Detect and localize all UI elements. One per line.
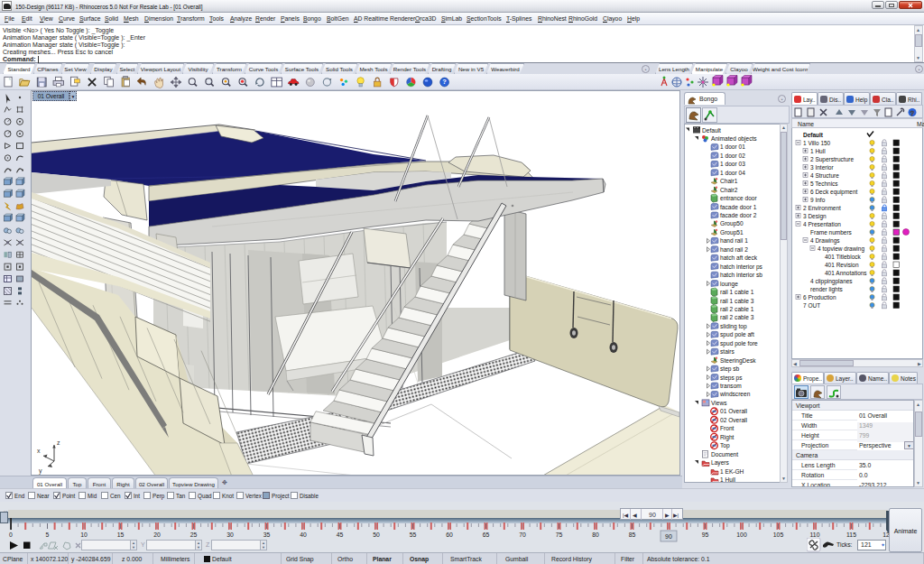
svg-text:80: 80: [592, 532, 599, 538]
svg-text:Animated objects: Animated objects: [711, 135, 757, 143]
svg-text:7 OUT: 7 OUT: [803, 302, 820, 309]
svg-text:2 Environment: 2 Environment: [803, 205, 841, 211]
svg-text:85: 85: [629, 532, 636, 538]
svg-text:10: 10: [80, 532, 88, 538]
svg-text:1 door 04: 1 door 04: [720, 170, 745, 176]
svg-text:Right: Right: [720, 434, 735, 441]
svg-text:110: 110: [810, 532, 820, 538]
svg-text:Front: Front: [720, 425, 735, 431]
svg-text:4 Structure: 4 Structure: [810, 172, 839, 179]
svg-text:3 Design: 3 Design: [803, 213, 827, 220]
svg-text:401 Revision: 401 Revision: [825, 262, 859, 268]
svg-text:401 Titleblock: 401 Titleblock: [825, 254, 861, 260]
svg-text:6 Deck equipment: 6 Deck equipment: [810, 189, 858, 196]
svg-text:rail 2 cable 1: rail 2 cable 1: [720, 306, 754, 312]
svg-text:30: 30: [226, 532, 234, 538]
svg-text:Frame numbers: Frame numbers: [810, 229, 853, 236]
svg-text:rail 2 cable 3: rail 2 cable 3: [720, 314, 754, 320]
svg-text:?: ?: [442, 78, 447, 86]
svg-text:1 Hull: 1 Hull: [720, 476, 735, 483]
svg-text:rail 1 cable 3: rail 1 cable 3: [720, 298, 754, 304]
svg-text:Chair1: Chair1: [720, 178, 738, 184]
svg-text:2 Superstructure: 2 Superstructure: [810, 156, 854, 163]
svg-text:105: 105: [773, 532, 784, 538]
svg-text:sliding top: sliding top: [720, 323, 747, 330]
svg-text:SteeringDesk: SteeringDesk: [720, 357, 756, 365]
svg-text:100: 100: [736, 532, 747, 538]
svg-text:02 Overall: 02 Overall: [720, 417, 748, 423]
svg-text:0: 0: [9, 532, 13, 538]
svg-text:4 Presentation: 4 Presentation: [803, 221, 841, 227]
svg-text:75: 75: [556, 532, 563, 538]
svg-text:entrance door: entrance door: [720, 195, 757, 201]
svg-text:1 door 01: 1 door 01: [720, 143, 745, 150]
svg-text:115: 115: [846, 532, 856, 538]
svg-text:Document: Document: [711, 451, 738, 458]
svg-text:5: 5: [46, 532, 50, 538]
svg-text:Group51: Group51: [720, 229, 744, 236]
svg-text:rail 1 cable 1: rail 1 cable 1: [720, 289, 754, 295]
svg-text:hatch interior ps: hatch interior ps: [720, 264, 763, 271]
svg-text:windscreen: windscreen: [719, 391, 751, 397]
svg-text:transom: transom: [720, 383, 742, 389]
svg-text:step sb: step sb: [720, 365, 740, 373]
svg-text:Chair2: Chair2: [720, 187, 738, 193]
svg-text:1 Villo 150: 1 Villo 150: [803, 140, 831, 146]
svg-text:9 Info: 9 Info: [810, 197, 826, 203]
svg-text:1 door 02: 1 door 02: [720, 153, 745, 159]
svg-text:hatch aft deck: hatch aft deck: [720, 254, 758, 261]
svg-text:hand rail 1: hand rail 1: [720, 237, 748, 244]
svg-text:lounge: lounge: [720, 281, 738, 288]
svg-text:20: 20: [153, 532, 161, 538]
svg-text:facade door 2: facade door 2: [720, 212, 757, 218]
svg-text:95: 95: [702, 532, 709, 538]
svg-text:4 clippingplanes: 4 clippingplanes: [810, 278, 853, 285]
svg-text:401 Annotations: 401 Annotations: [825, 270, 867, 276]
svg-text:z: z: [57, 439, 60, 446]
svg-text:Default: Default: [702, 127, 721, 134]
svg-text:15: 15: [117, 532, 125, 538]
svg-text:spud pole fore: spud pole fore: [720, 340, 758, 347]
svg-text:90: 90: [665, 533, 672, 540]
svg-text:55: 55: [410, 532, 417, 538]
svg-text:steps ps: steps ps: [720, 374, 743, 382]
svg-text:spud pole aft: spud pole aft: [720, 331, 754, 338]
svg-text:facade door 1: facade door 1: [720, 204, 757, 210]
svg-text:Group50: Group50: [720, 220, 744, 227]
svg-text:45: 45: [337, 532, 344, 538]
svg-text:40: 40: [300, 532, 307, 538]
svg-text:4 Drawings: 4 Drawings: [810, 237, 840, 245]
svg-text:4 topview drawing: 4 topview drawing: [818, 245, 864, 253]
svg-text:y: y: [39, 467, 42, 475]
svg-text:Default: Default: [803, 132, 824, 138]
svg-text:render lights: render lights: [810, 286, 844, 293]
svg-text:1 EK-GH: 1 EK-GH: [720, 468, 744, 475]
svg-text:Top: Top: [720, 442, 730, 449]
svg-text:60: 60: [446, 532, 453, 538]
svg-text:Views: Views: [711, 400, 727, 406]
svg-text:1 door 03: 1 door 03: [720, 161, 745, 167]
svg-text:50: 50: [373, 532, 380, 538]
svg-text:25: 25: [190, 532, 198, 538]
svg-text:6 Production: 6 Production: [803, 294, 836, 300]
svg-text:3 Interior: 3 Interior: [810, 164, 834, 171]
svg-text:01 Overall: 01 Overall: [720, 408, 748, 414]
svg-text:Layers: Layers: [711, 459, 729, 467]
svg-text:stairs: stairs: [720, 348, 735, 355]
svg-text:35: 35: [263, 532, 271, 538]
svg-text:?: ?: [910, 110, 914, 116]
svg-text:70: 70: [519, 532, 526, 538]
svg-text:1 Hull: 1 Hull: [810, 148, 826, 154]
svg-text:hatch interior sb: hatch interior sb: [720, 272, 762, 278]
svg-text:x: x: [37, 448, 41, 454]
svg-text:5 Technics: 5 Technics: [810, 180, 838, 187]
svg-text:65: 65: [483, 532, 490, 538]
svg-text:hand rail 2: hand rail 2: [720, 246, 748, 253]
